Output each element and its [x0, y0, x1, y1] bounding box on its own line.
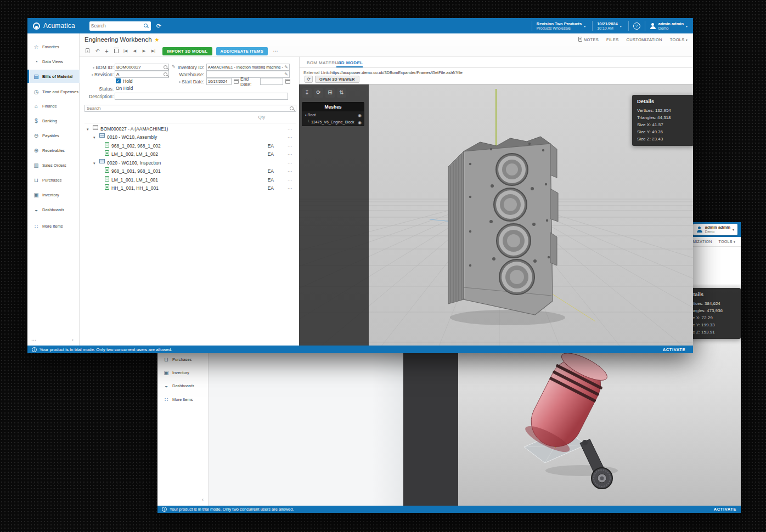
inventory-id-input[interactable]	[208, 65, 283, 69]
sidebar-item-data-views[interactable]: ◔Data Views	[27, 55, 80, 68]
bom-id-input[interactable]	[116, 65, 162, 70]
go-previous-icon[interactable]: ◀	[130, 49, 139, 53]
notes-button[interactable]: NOTES	[578, 37, 599, 42]
sidebar-item-finance[interactable]: ⌂Finance	[27, 99, 80, 112]
global-search[interactable]	[89, 21, 151, 31]
tree-row-operation-0010[interactable]: ▾ 0010 - WC10, Assembly ⋯	[85, 133, 298, 142]
sidebar-item-receivables[interactable]: ⊕Receivables	[27, 144, 80, 157]
activate-link[interactable]: ACTIVATE	[714, 507, 736, 512]
files-button[interactable]: FILES	[606, 37, 618, 42]
delete-icon[interactable]	[111, 48, 121, 54]
tree-row-operation-0020[interactable]: ▾ 0020 - WC100, Inspection ⋯	[85, 159, 298, 167]
sidebar-item-favorites[interactable]: ☆Favorites	[27, 40, 80, 53]
activate-link[interactable]: ACTIVATE	[663, 347, 685, 352]
row-menu-icon[interactable]: ⋯	[288, 159, 292, 167]
download-model-icon[interactable]: ↧	[302, 88, 312, 98]
back-sidebar-item-purchases[interactable]: ⊔ Purchases	[157, 353, 209, 366]
search-history-icon[interactable]: ⟳	[156, 22, 161, 30]
help-button[interactable]: ?	[633, 22, 640, 30]
back-sidebar-collapse-icon[interactable]: ‹	[202, 497, 204, 502]
external-link-url[interactable]: https://acupower-demo.co.uk/3DBomExpande…	[330, 70, 463, 75]
sidebar-item-bills-of-material[interactable]: ▤Bills of Material	[27, 70, 80, 83]
sidebar-overflow-icon[interactable]: ⋯	[31, 337, 37, 343]
row-menu-icon[interactable]: ⋯	[288, 133, 292, 142]
back-sidebar-item-dashboards[interactable]: ◒ Dashboards	[157, 379, 209, 392]
sidebar-item-payables[interactable]: ⊖Payables	[27, 129, 80, 142]
back-tools-menu[interactable]: TOOLS ▾	[719, 240, 735, 244]
add-create-items-button[interactable]: ADD/CREATE ITEMS	[216, 47, 268, 55]
tenant-selector[interactable]: Revision Two Products Products Wholesale	[537, 21, 582, 31]
start-date-input[interactable]	[208, 80, 230, 83]
back-sidebar-item-inventory[interactable]: ▣ Inventory	[157, 366, 209, 379]
sidebar-item-purchases[interactable]: ⊔Purchases	[27, 173, 80, 186]
tree-row-bom-root[interactable]: ▾ BOM000027 - A (AAMACHINE1) ⋯	[85, 125, 298, 133]
tab-3d-model[interactable]: 3D MODEL	[339, 60, 363, 65]
end-date-field[interactable]	[260, 78, 283, 85]
caret-down-icon[interactable]: ▾	[93, 159, 95, 167]
inventory-id-field[interactable]: ✎	[206, 64, 290, 71]
mesh-item-root[interactable]: ▪ Root ◉	[302, 111, 364, 118]
row-menu-icon[interactable]: ⋯	[288, 176, 292, 184]
caret-down-icon[interactable]: ▾	[87, 125, 89, 133]
sidebar-item-time-and-expenses[interactable]: ◷Time and Expenses	[27, 85, 80, 98]
bom-tree-search[interactable]	[85, 105, 296, 112]
business-date-selector[interactable]: 10/21/2024 10:10 AM	[597, 21, 618, 31]
start-date-field[interactable]	[206, 78, 232, 85]
tree-row-material[interactable]: 968_1_002, 968_1_002 EA ⋯	[85, 142, 298, 150]
sidebar-collapse-icon[interactable]: ‹	[72, 337, 74, 343]
save-icon[interactable]	[83, 48, 93, 54]
orbit-icon[interactable]: ⟳	[314, 88, 323, 98]
import-3d-model-button[interactable]: IMPORT 3D MODEL	[162, 47, 212, 55]
row-menu-icon[interactable]: ⋯	[288, 184, 292, 193]
bom-tree-search-input[interactable]	[85, 106, 290, 111]
tree-row-material[interactable]: LM_1_001, LM_1_001 EA ⋯	[85, 176, 298, 184]
calendar-icon[interactable]	[234, 79, 239, 84]
mesh-item-engine-block[interactable]: └ 13475_V6_Engine_Block ◉	[302, 118, 364, 126]
hold-checkbox[interactable]: ✓	[116, 78, 121, 83]
calendar-icon[interactable]	[285, 79, 290, 84]
external-link-icon[interactable]: ↗	[451, 70, 455, 75]
tree-row-material[interactable]: HH_1_001, HH_1_001 EA ⋯	[85, 184, 298, 193]
row-menu-icon[interactable]: ⋯	[288, 142, 292, 150]
go-first-icon[interactable]: |◀	[121, 49, 130, 53]
viewer-refresh-button[interactable]: ⟳	[305, 76, 313, 83]
sidebar-item-more-items[interactable]: ∷More Items	[27, 219, 80, 233]
undo-icon[interactable]: ↶	[93, 48, 102, 54]
row-menu-icon[interactable]: ⋯	[288, 167, 292, 176]
3d-viewer-canvas[interactable]: ↧ ⟳ ⊞ ⇅ Meshes ▪ Root ◉ └ 13475_V6_Engin…	[299, 84, 693, 346]
row-menu-icon[interactable]: ⋯	[288, 125, 292, 133]
description-input[interactable]	[116, 94, 286, 99]
edit-icon[interactable]: ✎	[284, 65, 288, 70]
customization-button[interactable]: CUSTOMIZATION	[626, 37, 662, 42]
fit-view-icon[interactable]: ⇅	[337, 88, 346, 98]
sidebar-item-banking[interactable]: $Banking	[27, 114, 80, 127]
favorite-star-icon[interactable]: ★	[155, 37, 160, 43]
grid-toggle-icon[interactable]: ⊞	[325, 88, 335, 98]
sidebar-item-inventory[interactable]: ▣Inventory	[27, 188, 80, 201]
tree-row-material[interactable]: LM_1_002, LM_1_002 EA ⋯	[85, 150, 298, 159]
add-record-icon[interactable]: +	[102, 48, 111, 54]
go-next-icon[interactable]: ▶	[139, 49, 149, 53]
go-last-icon[interactable]: ▶|	[149, 49, 158, 53]
tools-menu[interactable]: TOOLS ▾	[670, 37, 688, 42]
revision-input[interactable]	[116, 72, 162, 77]
end-date-input[interactable]	[262, 79, 281, 84]
user-menu[interactable]: admin admin Demo	[658, 21, 684, 31]
revision-field[interactable]	[115, 71, 169, 78]
open-3d-viewer-button[interactable]: OPEN 3D VIEWER	[315, 76, 359, 83]
tab-bom-material[interactable]: BOM MATERIAL	[307, 60, 342, 65]
sidebar-item-sales-orders[interactable]: ▥Sales Orders	[27, 159, 80, 172]
description-field[interactable]	[115, 93, 288, 100]
visibility-eye-icon[interactable]: ◉	[358, 113, 362, 118]
tree-row-material[interactable]: 968_1_001, 968_1_001 EA ⋯	[85, 167, 298, 176]
back-user-menu[interactable]: admin admin Demo ▾	[693, 224, 737, 235]
sidebar-item-dashboards[interactable]: ◒Dashboards	[27, 203, 80, 216]
row-menu-icon[interactable]: ⋯	[288, 150, 292, 159]
toolbar-more-icon[interactable]: ⋯	[271, 48, 280, 54]
visibility-eye-icon[interactable]: ◉	[358, 120, 362, 125]
global-search-input[interactable]	[91, 22, 142, 30]
back-sidebar-item-more-items[interactable]: ∷ More Items	[157, 393, 209, 406]
caret-down-icon[interactable]: ▾	[93, 133, 95, 142]
bom-id-field[interactable]	[115, 64, 169, 71]
edit-icon[interactable]: ✎	[284, 72, 288, 77]
